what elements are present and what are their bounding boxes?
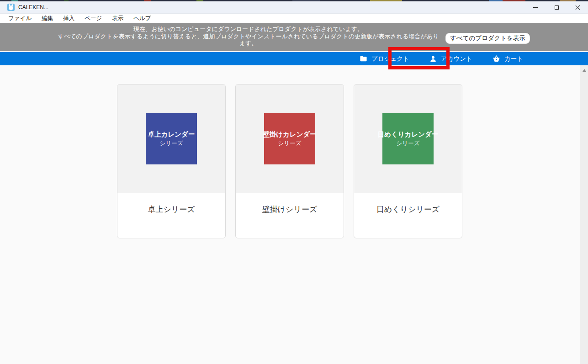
nav-item-label: プロジェクト <box>371 55 409 63</box>
maximize-icon <box>555 5 559 10</box>
tile-title: 卓上カレンダー <box>148 130 195 139</box>
tile-title: 壁掛けカレンダー <box>263 130 317 139</box>
tile-subtitle: シリーズ <box>278 140 302 148</box>
folder-icon <box>360 55 367 63</box>
notification-banner: 現在、お使いのコンピュータにダウンロードされたプロダクトが表示されています。 す… <box>0 23 588 52</box>
card-label: 卓上シリーズ <box>117 193 225 215</box>
product-card-grid: 卓上カレンダー シリーズ 卓上シリーズ 壁掛けカレンダー シリーズ 壁掛けシリー… <box>117 84 462 238</box>
card-wall-series[interactable]: 壁掛けカレンダー シリーズ 壁掛けシリーズ <box>235 84 344 238</box>
banner-line-3: ます。 <box>0 40 497 47</box>
maximize-button[interactable] <box>546 1 567 13</box>
card-daily-series[interactable]: 日めくりカレンダー シリーズ 日めくりシリーズ <box>354 84 462 238</box>
card-desktop-series[interactable]: 卓上カレンダー シリーズ 卓上シリーズ <box>117 84 226 238</box>
nav-item-label: アカウント <box>441 55 472 63</box>
basket-icon <box>493 55 500 63</box>
close-button[interactable] <box>567 1 588 13</box>
menu-page[interactable]: ページ <box>79 15 107 22</box>
card-label: 壁掛けシリーズ <box>236 193 344 215</box>
person-icon <box>429 55 437 63</box>
minimize-icon <box>533 7 538 8</box>
nav-bar: プロジェクト アカウント カート <box>0 52 588 65</box>
window-controls <box>525 1 588 13</box>
series-tile: 壁掛けカレンダー シリーズ <box>264 113 315 164</box>
app-rabbit-icon <box>7 4 15 11</box>
card-thumbnail: 卓上カレンダー シリーズ <box>117 84 225 193</box>
close-icon <box>575 5 580 10</box>
menu-insert[interactable]: 挿入 <box>58 15 79 22</box>
menu-bar: ファイル 編集 挿入 ページ 表示 ヘルプ <box>0 14 588 23</box>
series-tile: 日めくりカレンダー シリーズ <box>382 113 434 164</box>
card-thumbnail: 壁掛けカレンダー シリーズ <box>236 84 344 193</box>
menu-view[interactable]: 表示 <box>107 15 128 22</box>
title-bar: CALEKEN... <box>0 1 588 14</box>
nav-item-projects[interactable]: プロジェクト <box>360 55 409 63</box>
nav-item-cart[interactable]: カート <box>493 55 523 63</box>
window-title: CALEKEN... <box>18 4 48 11</box>
card-thumbnail: 日めくりカレンダー シリーズ <box>354 84 462 193</box>
banner-line-2: すべてのプロダクトを表示するように切り替えると、追加プロダクトやインストールされ… <box>0 33 497 40</box>
card-label: 日めくりシリーズ <box>354 193 462 215</box>
banner-message: 現在、お使いのコンピュータにダウンロードされたプロダクトが表示されています。 す… <box>0 26 497 47</box>
tile-subtitle: シリーズ <box>397 140 420 148</box>
series-tile: 卓上カレンダー シリーズ <box>146 113 197 164</box>
vertical-scrollbar[interactable] <box>580 65 588 364</box>
minimize-button[interactable] <box>525 1 546 13</box>
show-all-products-button[interactable]: すべてのプロダクトを表示 <box>445 33 530 44</box>
menu-edit[interactable]: 編集 <box>37 15 58 22</box>
menu-help[interactable]: ヘルプ <box>128 15 156 22</box>
nav-item-label: カート <box>504 55 523 63</box>
tile-title: 日めくりカレンダー <box>378 130 439 139</box>
menu-file[interactable]: ファイル <box>3 15 37 22</box>
banner-line-1: 現在、お使いのコンピュータにダウンロードされたプロダクトが表示されています。 <box>0 26 497 33</box>
nav-item-account[interactable]: アカウント <box>429 55 472 63</box>
tile-subtitle: シリーズ <box>160 140 183 148</box>
scroll-up-icon[interactable] <box>583 69 586 72</box>
